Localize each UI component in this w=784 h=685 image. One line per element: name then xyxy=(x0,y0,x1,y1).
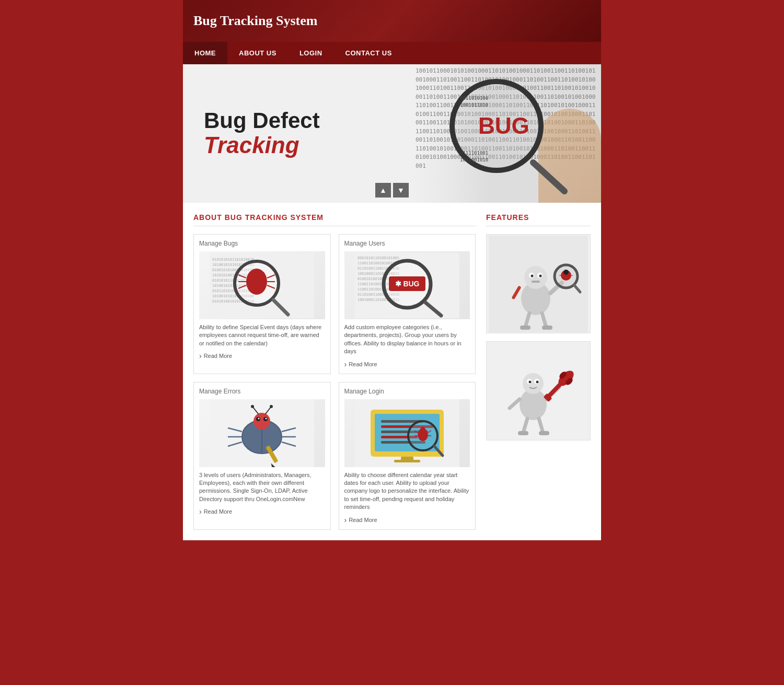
svg-point-106 xyxy=(536,380,539,383)
slider-nav: ▲ ▼ xyxy=(375,183,409,198)
svg-point-72 xyxy=(420,427,425,432)
card-manage-login-title: Manage Login xyxy=(344,388,470,395)
card-manage-users: Manage Users 0001010110100101001 1100110… xyxy=(339,234,476,374)
svg-point-91 xyxy=(563,270,569,275)
svg-point-45 xyxy=(253,413,270,429)
svg-text:✱ BUG: ✱ BUG xyxy=(395,280,419,288)
svg-rect-97 xyxy=(520,326,531,330)
card-manage-errors-readmore[interactable]: Read More xyxy=(199,507,325,516)
svg-rect-116 xyxy=(518,431,528,435)
svg-point-53 xyxy=(270,405,273,408)
about-section-title: ABOUT BUG TRACKING SYSTEM xyxy=(193,213,476,226)
card-manage-users-title: Manage Users xyxy=(344,240,470,247)
card-manage-errors-image xyxy=(199,399,325,467)
card-manage-login-desc: Ability to choose different calendar yea… xyxy=(344,471,470,512)
svg-text:1001011010: 1001011010 xyxy=(460,102,488,108)
card-manage-users-image: 0001010110100101001 1100110100101001000 … xyxy=(344,251,470,319)
svg-point-48 xyxy=(258,417,260,419)
magnifier-illustration: BUG 0011010100 1001011010 0111101001 101… xyxy=(439,71,575,196)
about-section: ABOUT BUG TRACKING SYSTEM Manage Bugs 01… xyxy=(193,213,476,530)
card-manage-bugs-title: Manage Bugs xyxy=(199,240,325,247)
nav-home[interactable]: HOME xyxy=(183,42,227,64)
card-manage-bugs-image: 0101010101101010010 1010010101010110101 … xyxy=(199,251,325,319)
card-manage-users-readmore[interactable]: Read More xyxy=(344,360,470,368)
svg-point-82 xyxy=(524,266,547,289)
svg-point-18 xyxy=(246,269,267,295)
svg-text:1011001010: 1011001010 xyxy=(460,157,488,162)
svg-rect-117 xyxy=(539,431,549,435)
hero-banner: Bug Defect Tracking 10010110001010100100… xyxy=(183,64,601,203)
hero-title-line1: Bug Defect xyxy=(204,109,392,133)
card-manage-bugs-desc: Ability to define Special Event days (da… xyxy=(199,323,325,347)
hero-title-line2: Tracking xyxy=(204,133,392,158)
svg-point-105 xyxy=(529,380,532,383)
svg-text:BUG: BUG xyxy=(478,113,529,138)
card-manage-errors: Manage Errors xyxy=(193,382,331,530)
feature-image-1 xyxy=(486,234,591,333)
card-manage-login-image xyxy=(344,399,470,467)
features-title: FEATURES xyxy=(486,213,591,226)
nav-about[interactable]: ABOUT US xyxy=(227,42,288,64)
feature-robot-wrench-svg xyxy=(489,343,588,439)
svg-rect-79 xyxy=(394,460,420,462)
site-header: Bug Tracking System xyxy=(183,0,601,42)
svg-text:0011010100: 0011010100 xyxy=(460,96,488,101)
svg-line-6 xyxy=(533,162,564,191)
svg-point-86 xyxy=(539,274,542,277)
svg-point-102 xyxy=(523,373,544,394)
site-title: Bug Tracking System xyxy=(193,13,317,29)
card-manage-errors-title: Manage Errors xyxy=(199,388,325,395)
manage-users-svg: 0001010110100101001 1100110100101001000 … xyxy=(355,253,459,318)
slider-up-button[interactable]: ▲ xyxy=(375,183,391,198)
card-manage-users-desc: Add custom employee categories (i.e., de… xyxy=(344,323,470,356)
manage-login-svg xyxy=(355,399,459,467)
svg-text:0101010101101010010: 0101010101101010010 xyxy=(212,258,254,262)
hero-text: Bug Defect Tracking xyxy=(183,93,413,174)
main-nav: HOME ABOUT US LOGIN CONTACT US xyxy=(183,42,601,64)
card-manage-bugs: Manage Bugs 0101010101101010010 10100101… xyxy=(193,234,331,374)
nav-login[interactable]: LOGIN xyxy=(288,42,334,64)
hero-right-panel: 1001011000101010010001101010010001101001… xyxy=(413,64,601,203)
feature-image-2 xyxy=(486,341,591,440)
svg-rect-87 xyxy=(532,281,540,283)
main-content: ABOUT BUG TRACKING SYSTEM Manage Bugs 01… xyxy=(183,203,601,540)
card-manage-login: Manage Login xyxy=(339,382,476,530)
slider-down-button[interactable]: ▼ xyxy=(393,183,409,198)
features-section: FEATURES xyxy=(486,213,591,530)
svg-text:0111101001: 0111101001 xyxy=(460,150,488,156)
nav-contact[interactable]: CONTACT US xyxy=(334,42,403,64)
svg-text:0001010110100101001: 0001010110100101001 xyxy=(358,256,399,260)
feature-robot-magnifier-svg xyxy=(489,236,588,332)
cards-grid: Manage Bugs 0101010101101010010 10100101… xyxy=(193,234,476,530)
svg-rect-98 xyxy=(542,326,552,330)
svg-point-49 xyxy=(266,417,267,419)
card-manage-login-readmore[interactable]: Read More xyxy=(344,516,470,524)
manage-bugs-svg: 0101010101101010010 1010010101010110101 … xyxy=(210,253,314,318)
svg-point-52 xyxy=(251,405,254,408)
card-manage-bugs-readmore[interactable]: Read More xyxy=(199,352,325,360)
card-manage-errors-desc: 3 levels of users (Administrators, Manag… xyxy=(199,471,325,504)
manage-errors-svg xyxy=(210,399,314,467)
svg-point-85 xyxy=(531,274,534,277)
